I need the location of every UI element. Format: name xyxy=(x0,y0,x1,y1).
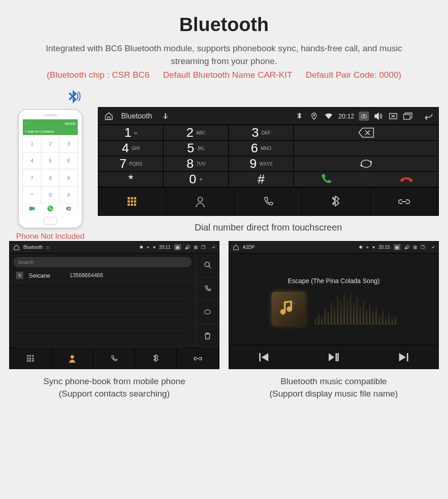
svg-point-9 xyxy=(70,355,74,359)
svg-point-2 xyxy=(313,114,315,116)
music-status-bar: A2DP ✱ ⌖ ▾ 20:15 ◉ 🔊 ⊠ ❐ ⤶ xyxy=(229,241,438,253)
backspace-button[interactable] xyxy=(293,125,438,140)
grid-icon xyxy=(128,197,136,206)
back-icon[interactable]: ⤶ xyxy=(212,245,215,250)
svg-point-8 xyxy=(205,262,209,267)
key-4[interactable]: 4GHI xyxy=(98,140,163,156)
key-3[interactable]: 3DEF xyxy=(229,125,293,140)
svg-rect-12 xyxy=(337,353,339,361)
contacts-status-bar: Bluetooth ⏍ ✱ ⌖ ▾ 20:11 ◉ 🔊 ⊠ ❐ ⤶ xyxy=(10,241,219,253)
phone-delete-icon xyxy=(59,204,78,214)
usb-icon: ⏍ xyxy=(46,245,49,250)
wifi-icon: ▾ xyxy=(153,245,155,250)
music-caption: Bluetooth music compatible (Support disp… xyxy=(229,376,439,400)
home-icon[interactable] xyxy=(13,244,20,251)
volume-icon[interactable] xyxy=(373,113,384,120)
key-9[interactable]: 9WXYZ xyxy=(229,156,293,172)
spec-name: Default Bluetooth Name CAR-KIT xyxy=(163,70,292,80)
svg-rect-11 xyxy=(336,353,337,361)
recent-apps-icon[interactable]: ❐ xyxy=(421,245,425,250)
tab-contacts[interactable] xyxy=(166,188,235,215)
location-icon: ⌖ xyxy=(366,245,369,250)
phone-video-icon xyxy=(23,204,41,214)
call-button[interactable] xyxy=(294,173,357,186)
key-8[interactable]: 8TUV xyxy=(163,156,228,172)
close-screen-icon[interactable]: ⊠ xyxy=(194,245,197,250)
search-icon[interactable] xyxy=(195,253,219,277)
svg-point-7 xyxy=(198,197,203,202)
tab-bluetooth[interactable] xyxy=(135,348,177,369)
contacts-unit: Bluetooth ⏍ ✱ ⌖ ▾ 20:11 ◉ 🔊 ⊠ ❐ ⤶ Search… xyxy=(9,241,219,369)
back-icon[interactable] xyxy=(423,113,433,120)
wifi-icon: ▾ xyxy=(373,245,375,250)
play-pause-button[interactable] xyxy=(299,345,369,369)
list-item xyxy=(16,331,189,348)
phone-caption: Phone Not Included xyxy=(9,232,91,241)
key-0[interactable]: 0+ xyxy=(163,172,228,187)
phone-illustration: ←MORE + Add to Contacts 123 456 789 *0# … xyxy=(9,88,91,241)
album-art xyxy=(272,292,305,326)
hangup-button[interactable] xyxy=(375,175,438,184)
svg-point-4 xyxy=(363,115,365,117)
empty-action xyxy=(293,140,438,156)
tab-pair[interactable] xyxy=(177,348,219,369)
close-screen-icon[interactable] xyxy=(388,113,398,119)
svg-point-1 xyxy=(48,206,53,212)
contacts-caption: Sync phone-book from mobile phone (Suppo… xyxy=(9,376,219,400)
list-item xyxy=(16,299,189,315)
contact-row[interactable]: S Seicane 13566664466 xyxy=(10,269,195,282)
visualizer xyxy=(315,293,396,325)
main-caption: Dial number direct from touchscreen xyxy=(98,222,439,233)
phone-more: MORE xyxy=(65,122,76,126)
key-7[interactable]: 7PQRS xyxy=(98,156,163,172)
volume-icon[interactable]: 🔊 xyxy=(185,245,190,250)
next-track-button[interactable] xyxy=(368,345,438,369)
tab-keypad[interactable] xyxy=(10,348,52,369)
close-screen-icon[interactable]: ⊠ xyxy=(413,245,417,250)
usb-icon xyxy=(160,113,171,119)
tab-recents[interactable] xyxy=(235,188,303,215)
bottom-tabs xyxy=(98,187,438,215)
bluetooth-signal-icon xyxy=(9,88,91,107)
home-icon[interactable] xyxy=(233,244,239,251)
page-title: Bluetooth xyxy=(18,14,430,36)
sync-icon[interactable] xyxy=(195,300,219,324)
contact-name: Seicane xyxy=(29,272,50,279)
list-item xyxy=(16,315,189,332)
phone-keypad: 123 456 789 *0# xyxy=(23,135,78,204)
svg-rect-6 xyxy=(404,114,410,119)
status-time: 20:11 xyxy=(159,245,171,250)
key-6[interactable]: 6MNO xyxy=(229,140,293,156)
volume-icon[interactable]: 🔊 xyxy=(404,245,410,250)
prev-track-button[interactable] xyxy=(229,345,299,369)
spec-chip: (Bluetooth chip : CSR BC6 xyxy=(47,70,149,80)
dialer-keypad: 1∞ 2ABC 3DEF 4GHI 5JKL 6MNO 7PQRS 8TUV 9… xyxy=(98,125,293,187)
sync-button[interactable] xyxy=(293,156,438,172)
tab-contacts[interactable] xyxy=(52,348,94,369)
delete-icon[interactable] xyxy=(195,324,219,348)
status-time: 20:15 xyxy=(379,245,390,250)
status-bar: Bluetooth 20:12 xyxy=(98,107,438,125)
tab-pair[interactable] xyxy=(370,188,438,215)
recent-apps-icon[interactable]: ❐ xyxy=(201,245,205,250)
tab-bluetooth[interactable] xyxy=(302,188,370,215)
phone-add-contacts: + Add to Contacts xyxy=(23,128,78,135)
recent-apps-icon[interactable] xyxy=(403,113,413,120)
camera-icon[interactable]: ◉ xyxy=(174,244,181,250)
status-time: 20:12 xyxy=(338,113,354,120)
search-input[interactable]: Search xyxy=(13,257,192,267)
call-icon[interactable] xyxy=(195,277,219,301)
music-unit: A2DP ✱ ⌖ ▾ 20:15 ◉ 🔊 ⊠ ❐ ⤶ Escape (The P… xyxy=(229,241,439,369)
key-hash[interactable]: # xyxy=(229,172,293,187)
tab-keypad[interactable] xyxy=(98,188,166,215)
key-1[interactable]: 1∞ xyxy=(98,125,163,140)
camera-icon[interactable]: ◉ xyxy=(394,244,400,250)
status-title: Bluetooth xyxy=(23,245,43,250)
key-2[interactable]: 2ABC xyxy=(163,125,228,140)
back-icon[interactable]: ⤶ xyxy=(431,245,435,250)
key-5[interactable]: 5JKL xyxy=(163,140,228,156)
tab-recents[interactable] xyxy=(93,348,135,369)
key-star[interactable]: * xyxy=(98,172,163,187)
home-icon[interactable] xyxy=(104,112,114,121)
camera-icon[interactable] xyxy=(359,112,369,121)
